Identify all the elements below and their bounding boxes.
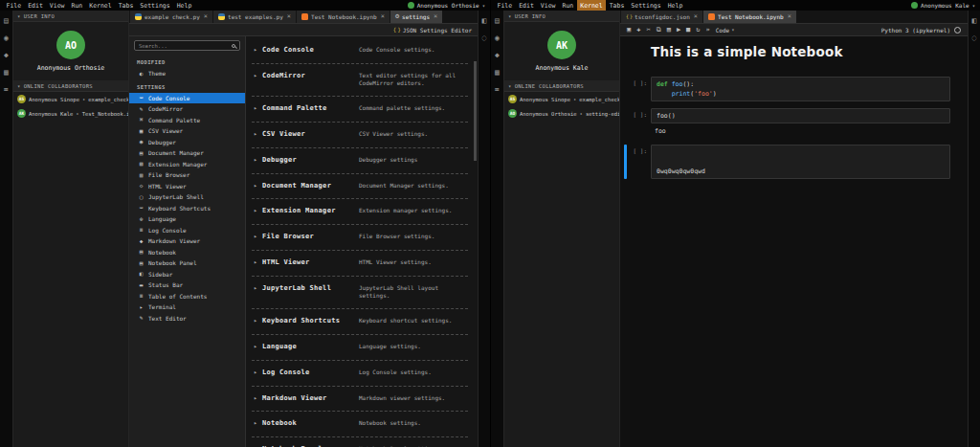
add-cell-icon[interactable]: ✚ <box>636 27 640 34</box>
user-info-header[interactable]: ▾ USER INFO <box>504 11 619 22</box>
save-icon[interactable]: ▣ <box>627 27 631 34</box>
settings-item-debugger[interactable]: ◉Debugger <box>129 137 245 148</box>
tab-example-check-py[interactable]: example_check.py× <box>130 11 212 23</box>
settings-section-code-console[interactable]: ▸Code ConsoleCode Console settings. <box>252 38 468 64</box>
menu-view[interactable]: View <box>537 0 559 11</box>
settings-item-notebook-panel[interactable]: ▤Notebook Panel <box>129 257 245 269</box>
settings-item-extension-manager[interactable]: ▧Extension Manager <box>129 159 245 170</box>
menu-tabs[interactable]: Tabs <box>115 0 137 11</box>
collaborator-item[interactable]: AKAnonymous Kale•Test_Notebook.ipynb <box>13 106 128 121</box>
debugger-icon[interactable]: ◌ <box>482 34 487 42</box>
cut-cell-icon[interactable]: ✂ <box>646 27 650 34</box>
settings-item-jupyterlab-shell[interactable]: ▢JupyterLab Shell <box>129 191 245 203</box>
code-cell[interactable]: [ ]:foo() <box>622 108 962 123</box>
tab-test-notebook-ipynb[interactable]: Test_Notebook.ipynb× <box>297 11 390 23</box>
table-of-contents-icon[interactable]: ≡ <box>4 86 9 94</box>
property-inspector-icon[interactable]: ◧ <box>482 17 487 25</box>
table-of-contents-icon[interactable]: ≡ <box>495 86 500 94</box>
extension-manager-icon[interactable]: ▦ <box>495 69 500 77</box>
tab-test-examples-py[interactable]: test_examples.py× <box>213 11 296 23</box>
collaborators-header[interactable]: ▾ ONLINE COLLABORATORS <box>504 80 619 92</box>
settings-item-log-console[interactable]: ≡Log Console <box>129 225 245 236</box>
code-cell[interactable]: [ ]: 0wq0wq0qw0qwd <box>622 145 962 179</box>
cell-editor[interactable]: foo() <box>651 108 950 123</box>
settings-item-sidebar[interactable]: ◧Sidebar <box>129 269 245 280</box>
copy-cell-icon[interactable]: ⧉ <box>657 27 661 34</box>
settings-item-text-editor[interactable]: ✎Text Editor <box>129 313 245 324</box>
menubar-user-button[interactable]: Anonymous Orthosie ▾ <box>408 0 490 11</box>
collaborator-item[interactable]: ASAnonymous Sinope•example_check.py <box>13 92 128 106</box>
search-input[interactable] <box>139 43 230 49</box>
settings-item-terminal[interactable]: ▸Terminal <box>129 302 245 313</box>
scrollbar-thumb[interactable] <box>474 61 477 161</box>
user-info-header[interactable]: ▾ USER INFO <box>13 11 128 22</box>
menu-run[interactable]: Run <box>559 0 577 11</box>
running-sessions-icon[interactable]: ◉ <box>4 34 9 42</box>
menu-run[interactable]: Run <box>68 0 86 11</box>
file-browser-icon[interactable]: ▤ <box>4 17 9 25</box>
close-icon[interactable]: × <box>788 13 791 20</box>
collaborators-header[interactable]: ▾ ONLINE COLLABORATORS <box>13 80 128 92</box>
menu-file[interactable]: File <box>494 0 516 11</box>
settings-item-status-bar[interactable]: ▬Status Bar <box>129 279 245 291</box>
file-browser-icon[interactable]: ▤ <box>495 17 500 25</box>
code-cell[interactable]: [ ]:def foo(): print('foo') <box>622 77 962 101</box>
json-settings-editor-button[interactable]: { } JSON Settings Editor <box>393 27 472 34</box>
settings-section-language[interactable]: ▸LanguageLanguage settings. <box>252 335 468 361</box>
markdown-cell[interactable]: This is a simple Notebook <box>622 44 962 70</box>
menu-file[interactable]: File <box>3 0 25 11</box>
tab-test-notebook-ipynb[interactable]: Test_Notebook.ipynb× <box>703 11 796 23</box>
menu-edit[interactable]: Edit <box>25 0 47 11</box>
settings-section-command-palette[interactable]: ▸Command PaletteCommand palette settings… <box>252 97 468 123</box>
run-cell-icon[interactable]: ▶ <box>677 27 680 34</box>
settings-section-log-console[interactable]: ▸Log ConsoleLog Console settings. <box>252 361 468 387</box>
settings-item-html-viewer[interactable]: ◇HTML Viewer <box>129 181 245 192</box>
settings-item-notebook[interactable]: ▤Notebook <box>129 247 245 258</box>
settings-section-markdown-viewer[interactable]: ▸Markdown ViewerMarkdown viewer settings… <box>252 387 468 413</box>
settings-section-extension-manager[interactable]: ▸Extension ManagerExtension manager sett… <box>252 199 468 225</box>
close-icon[interactable]: × <box>694 13 698 20</box>
settings-section-keyboard-shortcuts[interactable]: ▸Keyboard ShortcutsKeyboard shortcut set… <box>252 309 468 335</box>
git-icon[interactable]: ◆ <box>495 52 500 59</box>
cell-editor[interactable]: 0wq0wq0qw0qwd <box>651 145 950 179</box>
menu-view[interactable]: View <box>46 0 68 11</box>
stop-kernel-icon[interactable]: ■ <box>686 27 690 34</box>
menu-tabs[interactable]: Tabs <box>606 0 628 11</box>
restart-kernel-icon[interactable]: ↻ <box>696 27 700 34</box>
settings-section-codemirror[interactable]: ▸CodeMirrorText editor settings for all … <box>252 64 468 97</box>
settings-item-csv-viewer[interactable]: ▦CSV Viewer <box>129 125 245 137</box>
menubar-user-button[interactable]: Anonymous Kale ▾ <box>911 0 980 11</box>
close-icon[interactable]: × <box>287 13 291 20</box>
menu-settings[interactable]: Settings <box>628 0 664 11</box>
settings-item-code-console[interactable]: ⌨Code Console <box>129 93 245 104</box>
settings-section-document-manager[interactable]: ▸Document ManagerDocument Manager settin… <box>252 174 468 200</box>
tab-settings[interactable]: ⚙settings× <box>390 11 442 23</box>
paste-cell-icon[interactable]: ▤ <box>667 27 671 34</box>
settings-section-file-browser[interactable]: ▸File BrowserFile Browser settings. <box>252 225 468 251</box>
close-icon[interactable]: × <box>381 13 385 20</box>
settings-item-codemirror[interactable]: ✎CodeMirror <box>129 103 245 115</box>
settings-item-document-manager[interactable]: ▤Document Manager <box>129 147 245 159</box>
settings-section-html-viewer[interactable]: ▸HTML ViewerHTML Viewer settings. <box>252 251 468 277</box>
settings-section-csv-viewer[interactable]: ▸CSV ViewerCSV Viewer settings. <box>252 123 468 148</box>
settings-item-command-palette[interactable]: ⌘Command Palette <box>129 115 245 126</box>
running-sessions-icon[interactable]: ◉ <box>495 34 500 42</box>
settings-item-table-of-contents[interactable]: ≡Table of Contents <box>129 291 245 302</box>
close-icon[interactable]: × <box>434 13 437 20</box>
settings-section-debugger[interactable]: ▸DebuggerDebugger settings <box>252 148 468 174</box>
settings-item-file-browser[interactable]: ▥File Browser <box>129 169 245 181</box>
extension-manager-icon[interactable]: ▦ <box>4 69 9 77</box>
menu-settings[interactable]: Settings <box>137 0 173 11</box>
kernel-name[interactable]: Python 3 (ipykernel) <box>881 27 950 34</box>
menu-kernel[interactable]: Kernel <box>577 0 606 11</box>
menu-help[interactable]: Help <box>664 0 686 11</box>
settings-section-notebook-panel[interactable]: ▸Notebook PanelNotebook Panel settings. <box>252 437 468 447</box>
menu-help[interactable]: Help <box>173 0 195 11</box>
debugger-icon[interactable]: ◌ <box>972 34 977 42</box>
cell-editor[interactable]: def foo(): print('foo') <box>651 77 950 101</box>
collaborator-item[interactable]: ASAnonymous Sinope•example_check.py <box>504 92 619 106</box>
cell-type-dropdown[interactable]: Code ▾ <box>716 27 735 34</box>
menu-edit[interactable]: Edit <box>516 0 538 11</box>
settings-section-jupyterlab-shell[interactable]: ▸JupyterLab ShellJupyterLab Shell layout… <box>252 277 468 309</box>
settings-item-language[interactable]: ⊕Language <box>129 213 245 225</box>
